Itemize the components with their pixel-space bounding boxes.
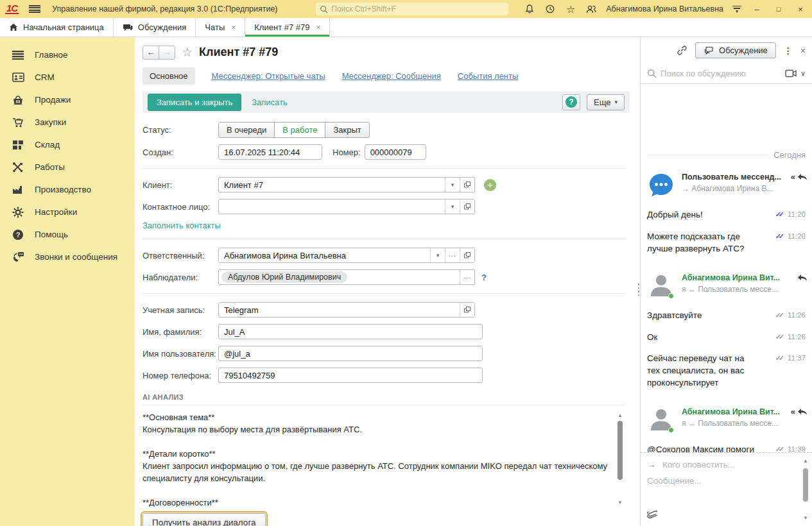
client-input[interactable] (219, 178, 445, 192)
status-inwork-button[interactable]: В работе (274, 122, 325, 138)
users-icon[interactable] (585, 3, 597, 15)
dropdown-button[interactable]: ▾ (445, 199, 460, 214)
sender-name[interactable]: Пользователь мессенд... (682, 173, 789, 182)
reply-arrow-icon[interactable] (797, 274, 808, 282)
sidebar-item-sales[interactable]: Продажи (0, 89, 135, 111)
more-button[interactable]: Еще▾ (587, 94, 625, 110)
contact-input[interactable] (219, 199, 445, 214)
main-menu-icon[interactable] (29, 5, 40, 13)
close-panel-icon[interactable]: × (800, 46, 806, 56)
back-button[interactable]: ← (143, 46, 159, 60)
maximize-button[interactable]: □ (772, 5, 785, 13)
ai-analysis-text[interactable]: **Основная тема** Консультация по выбору… (143, 412, 625, 507)
watchers-help-link[interactable]: ? (481, 273, 487, 282)
current-user-name[interactable]: Абнагимова Ирина Витальевна (606, 4, 723, 13)
chat-message[interactable]: Сейчас переведу чат на тех специалиста, … (647, 353, 806, 389)
history-icon[interactable] (544, 3, 556, 15)
sidebar-item-purchases[interactable]: Закупки (0, 111, 135, 133)
sidebar-item-production[interactable]: Производство (0, 178, 135, 201)
sidebar-item-crm[interactable]: CRM (0, 66, 135, 89)
service-menu-icon[interactable]: ▾ (732, 6, 741, 13)
responsible-input[interactable] (219, 248, 430, 262)
sidebar-item-settings[interactable]: Настройки (0, 201, 135, 223)
status-queued-button[interactable]: В очереди (218, 122, 275, 138)
link-icon[interactable] (677, 45, 687, 56)
notifications-bell-icon[interactable] (524, 3, 535, 15)
favorites-star-icon[interactable]: ☆ (565, 3, 576, 15)
chat-message[interactable]: Можете подсказать где лучше развернуть А… (647, 231, 806, 255)
notify-whom-field[interactable]: Кого оповестить... (662, 460, 735, 470)
minimize-button[interactable]: – (750, 4, 763, 14)
fullname-input[interactable] (218, 324, 483, 339)
created-input[interactable] (218, 144, 322, 160)
close-tab-icon[interactable]: × (316, 23, 320, 32)
close-tab-icon[interactable]: × (231, 23, 236, 32)
status-closed-button[interactable]: Закрыт (325, 122, 369, 138)
sender-name[interactable]: Абнагимова Ирина Вит... (682, 273, 795, 282)
open-button[interactable] (460, 178, 474, 192)
scroll-down-icon[interactable]: ▼ (616, 499, 624, 507)
reply-arrow-icon[interactable] (797, 173, 808, 181)
sidebar-item-main[interactable]: Главное (0, 44, 135, 66)
panel-menu-icon[interactable]: ⋮ (784, 46, 793, 56)
tab-messages[interactable]: Мессенджер: Сообщения (342, 71, 441, 81)
contact-field[interactable]: ▾ (218, 199, 475, 214)
discussion-search-input[interactable] (661, 69, 781, 78)
save-close-button[interactable]: Записать и закрыть (148, 94, 241, 111)
get-analysis-button[interactable]: Получить анализ диалога (143, 513, 266, 526)
client-field[interactable]: ▾ (218, 177, 475, 192)
save-button[interactable]: Записать (252, 98, 288, 107)
tab-discussions[interactable]: Обсуждения (114, 18, 196, 37)
discussion-toggle-button[interactable]: Обсуждение (695, 42, 776, 58)
tab-open-chats[interactable]: Мессенджер: Открытые чаты (212, 71, 325, 81)
scrollbar-thumb[interactable] (618, 421, 623, 480)
add-client-button[interactable]: + (484, 179, 496, 191)
open-button[interactable] (460, 303, 474, 317)
fill-contacts-link[interactable]: Заполнить контакты (143, 221, 221, 230)
favorite-star-icon[interactable]: ☆ (182, 45, 193, 60)
choose-button[interactable]: ... (460, 270, 474, 284)
tab-home[interactable]: Начальная страница (0, 18, 114, 37)
chat-message[interactable]: Добрый день! ✓✓11:20 (647, 209, 806, 221)
message-input[interactable]: Сообщение... (647, 476, 797, 486)
forward-button[interactable]: → (159, 46, 175, 60)
sidebar-item-warehouse[interactable]: Склад (0, 133, 135, 156)
dropdown-button[interactable]: ▾ (445, 178, 460, 192)
tab-feed-events[interactable]: События ленты (458, 71, 519, 81)
dropdown-button[interactable]: ▾ (430, 248, 445, 262)
scrollbar-thumb[interactable] (803, 468, 808, 502)
scroll-down-icon[interactable]: ▼ (802, 515, 809, 521)
global-search[interactable] (316, 3, 508, 15)
tab-chats[interactable]: Чаты × (196, 18, 245, 37)
chat-message[interactable]: Ок ✓✓11:26 (647, 332, 806, 344)
video-call-icon[interactable] (785, 69, 797, 78)
sender-name[interactable]: Абнагимова Ирина Вит... (682, 407, 789, 416)
scroll-up-icon[interactable]: ▲ (616, 412, 624, 420)
composer-scrollbar[interactable]: ▲ ▼ (802, 458, 809, 521)
tab-main[interactable]: Основное (143, 67, 195, 85)
phone-input[interactable] (218, 368, 483, 383)
open-button[interactable] (460, 248, 474, 262)
responsible-field[interactable]: ▾ ... (218, 248, 475, 263)
chat-message[interactable]: @Соколов Максим помоги пожалуйста ✓✓11:3… (647, 444, 806, 452)
number-input[interactable] (365, 144, 426, 160)
username-input[interactable] (218, 346, 483, 361)
global-search-input[interactable] (331, 4, 505, 13)
chevron-down-icon[interactable]: ∨ (800, 69, 806, 78)
open-button[interactable] (460, 199, 474, 214)
help-button[interactable]: ? (562, 94, 580, 110)
chat-message[interactable]: Здравтсвуйте ✓✓11:26 (647, 310, 806, 322)
close-window-button[interactable]: × (794, 4, 807, 14)
reply-arrow-icon[interactable] (797, 408, 808, 416)
watchers-field[interactable]: Абдулов Юрий Владимирович ... (218, 269, 475, 285)
attach-paperclip-icon[interactable] (647, 509, 657, 521)
scroll-up-icon[interactable]: ▲ (802, 458, 809, 464)
tab-client[interactable]: Клиент #7 #79 × (245, 18, 330, 37)
account-field[interactable] (218, 302, 475, 318)
account-input[interactable] (219, 303, 460, 317)
sidebar-item-calls[interactable]: Звонки и сообщения (0, 246, 135, 268)
ai-text-scrollbar[interactable]: ▲ ▼ (616, 412, 624, 507)
sidebar-item-works[interactable]: Работы (0, 156, 135, 178)
choose-button[interactable]: ... (445, 248, 460, 262)
sidebar-item-help[interactable]: ? Помощь (0, 223, 135, 246)
